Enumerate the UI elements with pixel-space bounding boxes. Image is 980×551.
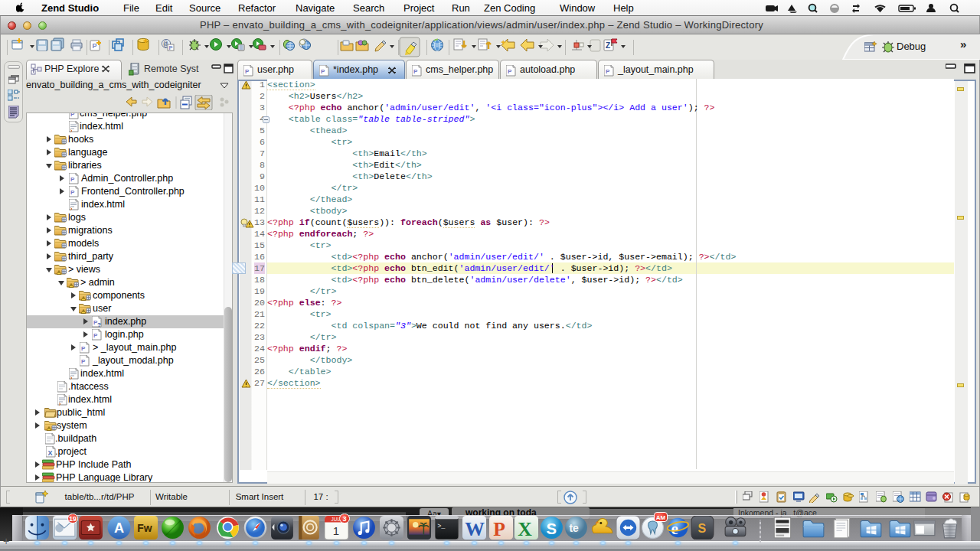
- svg-text:Fw: Fw: [137, 522, 152, 534]
- svg-text:te: te: [569, 522, 579, 534]
- svg-text:Z: Z: [606, 41, 610, 50]
- svg-text:>_: >_: [437, 523, 446, 530]
- svg-text:W: W: [465, 518, 485, 540]
- svg-text:1: 1: [333, 524, 339, 537]
- svg-text:A: A: [114, 520, 124, 536]
- svg-text:P: P: [493, 518, 505, 540]
- svg-text:S: S: [698, 521, 707, 535]
- svg-text:P: P: [169, 44, 173, 51]
- svg-text:S: S: [547, 520, 557, 537]
- svg-text:P: P: [93, 42, 97, 50]
- svg-text:X: X: [518, 518, 532, 540]
